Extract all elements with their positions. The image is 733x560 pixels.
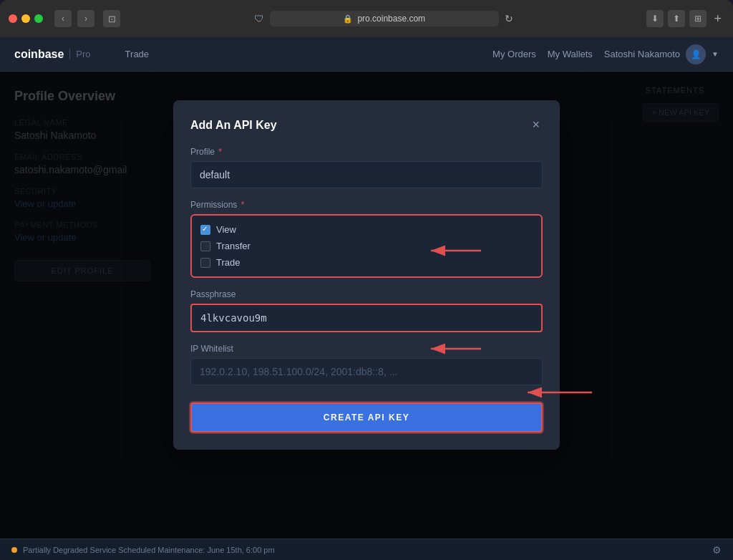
view-label: View <box>216 224 236 235</box>
maximize-dot[interactable] <box>34 14 43 23</box>
user-avatar: 👤 <box>686 44 706 64</box>
modal-header: Add An API Key × <box>190 117 543 132</box>
top-navigation: coinbase Pro Trade My Orders My Wallets … <box>0 37 733 72</box>
back-button[interactable]: ‹ <box>54 10 72 27</box>
mac-window-controls <box>9 14 43 23</box>
user-chevron-icon: ▼ <box>712 50 719 58</box>
status-indicator <box>11 547 17 553</box>
nav-user[interactable]: Satoshi Nakamoto 👤 ▼ <box>604 44 719 64</box>
sidebar-toggle-button[interactable]: ⊡ <box>103 10 120 27</box>
ip-whitelist-field-group: IP Whitelist <box>190 344 543 385</box>
nav-right: My Orders My Wallets Satoshi Nakamoto 👤 … <box>492 44 719 64</box>
refresh-button[interactable]: ↻ <box>505 13 513 24</box>
nav-orders[interactable]: My Orders <box>492 49 536 59</box>
nav-links: Trade <box>120 46 476 62</box>
permission-view-item[interactable]: View <box>200 224 533 235</box>
brand-logo: coinbase Pro <box>14 48 91 61</box>
view-checkbox[interactable] <box>200 225 210 235</box>
ip-whitelist-input[interactable] <box>190 358 543 385</box>
nav-wallets[interactable]: My Wallets <box>548 49 593 59</box>
trade-checkbox[interactable] <box>200 258 210 268</box>
permission-transfer-item[interactable]: Transfer <box>200 241 533 251</box>
modal-close-button[interactable]: × <box>529 117 543 132</box>
add-api-key-modal: Add An API Key × Profile * Permissions * <box>173 100 560 450</box>
modal-overlay: Add An API Key × Profile * Permissions * <box>0 72 733 539</box>
profile-required: * <box>218 147 222 157</box>
url-bar[interactable]: 🔒 pro.coinbase.com <box>270 11 499 26</box>
permissions-required: * <box>241 200 245 210</box>
close-dot[interactable] <box>9 14 17 23</box>
minimize-dot[interactable] <box>21 14 30 23</box>
transfer-checkbox[interactable] <box>200 241 210 251</box>
passphrase-input[interactable] <box>190 304 543 332</box>
mac-actions: ⬇ ⬆ ⊞ + <box>646 10 724 27</box>
new-tab-button[interactable]: + <box>711 11 724 26</box>
passphrase-label: Passphrase <box>190 289 543 299</box>
profile-input[interactable] <box>190 161 543 188</box>
shield-icon: 🛡 <box>254 13 264 24</box>
permissions-field-group: Permissions * View Transfer <box>190 200 543 278</box>
profile-field-group: Profile * <box>190 147 543 188</box>
status-bar: Partially Degraded Service Scheduled Mai… <box>0 539 733 560</box>
profile-label: Profile * <box>190 147 543 157</box>
lock-icon: 🔒 <box>343 14 353 24</box>
nav-trade[interactable]: Trade <box>120 46 155 62</box>
settings-icon[interactable]: ⚙ <box>712 544 722 556</box>
forward-button[interactable]: › <box>77 10 94 27</box>
brand-name: coinbase <box>14 48 64 61</box>
permission-trade-item[interactable]: Trade <box>200 257 533 268</box>
url-text: pro.coinbase.com <box>357 14 425 24</box>
permissions-label: Permissions * <box>190 200 543 210</box>
permissions-box: View Transfer Trade <box>190 214 543 278</box>
modal-title: Add An API Key <box>190 119 277 132</box>
download-button[interactable]: ⬇ <box>646 10 664 27</box>
tabs-button[interactable]: ⊞ <box>689 10 707 27</box>
transfer-label: Transfer <box>216 241 251 251</box>
share-button[interactable]: ⬆ <box>668 10 685 27</box>
brand-pro-label: Pro <box>69 49 90 59</box>
create-api-key-button[interactable]: CREATE API KEY <box>190 402 543 433</box>
status-text: Partially Degraded Service Scheduled Mai… <box>23 546 275 554</box>
trade-label: Trade <box>216 257 240 268</box>
passphrase-field-group: Passphrase <box>190 289 543 332</box>
ip-whitelist-label: IP Whitelist <box>190 344 543 354</box>
nav-username: Satoshi Nakamoto <box>604 49 680 59</box>
